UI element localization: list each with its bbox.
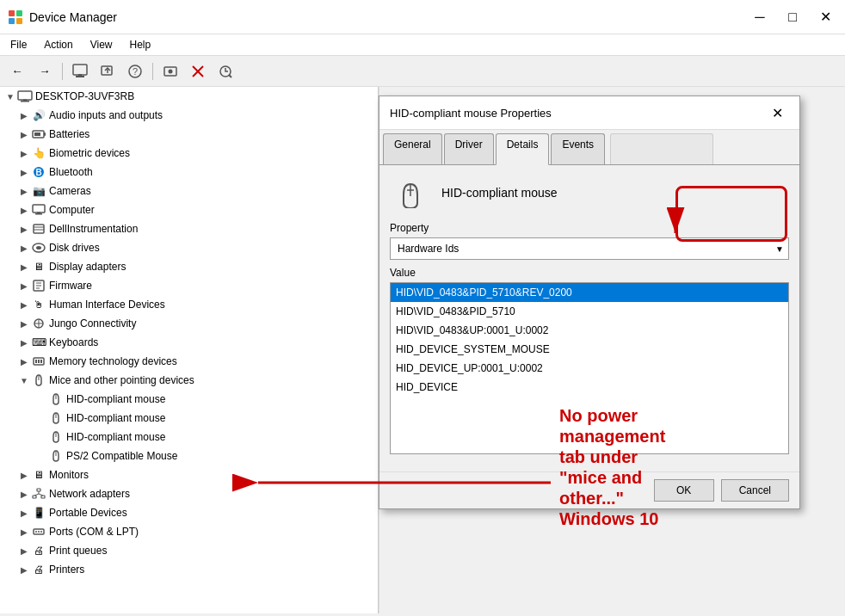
maximize-button[interactable]: □: [780, 7, 805, 28]
tab-details[interactable]: Details: [496, 133, 550, 165]
update-driver-button[interactable]: [96, 60, 120, 83]
properties-dialog: HID-compliant mouse Properties ✕ General…: [379, 95, 800, 509]
bluetooth-expand[interactable]: ▶: [17, 165, 31, 179]
tree-audio[interactable]: ▶ 🔊 Audio inputs and outputs: [0, 106, 378, 125]
dialog-title: HID-compliant mouse Properties: [390, 107, 552, 120]
tree-keyboards[interactable]: ▶ ⌨ Keyboards: [0, 333, 378, 352]
biometric-icon: 👆: [31, 146, 46, 160]
tab-driver[interactable]: Driver: [444, 133, 494, 164]
cancel-button[interactable]: Cancel: [721, 479, 789, 502]
mouse1-icon: [48, 392, 64, 406]
property-dropdown[interactable]: Hardware Ids: [390, 237, 789, 260]
batteries-label: Batteries: [49, 128, 89, 140]
tree-firmware[interactable]: ▶ Firmware: [0, 276, 378, 295]
jungo-expand[interactable]: ▶: [17, 317, 31, 330]
tab-events[interactable]: Events: [551, 133, 605, 164]
back-button[interactable]: ←: [5, 60, 29, 83]
tree-memory[interactable]: ▶ Memory technology devices: [0, 352, 378, 371]
audio-expand[interactable]: ▶: [17, 108, 31, 122]
tree-hid-mouse-1[interactable]: ▶ HID-compliant mouse: [0, 390, 378, 409]
tree-mice[interactable]: ▼ Mice and other pointing devices: [0, 371, 378, 390]
value-item-4[interactable]: HID_DEVICE_UP:0001_U:0002: [391, 359, 788, 378]
svg-rect-5: [76, 76, 84, 77]
value-item-5[interactable]: HID_DEVICE: [391, 378, 788, 397]
minimize-button[interactable]: ─: [747, 7, 773, 28]
ports-icon: [31, 525, 46, 539]
portable-expand[interactable]: ▶: [17, 506, 31, 520]
tree-biometric[interactable]: ▶ 👆 Biometric devices: [0, 144, 378, 163]
menu-file[interactable]: File: [3, 36, 34, 53]
tree-ports[interactable]: ▶ Ports (COM & LPT): [0, 522, 378, 541]
scan-button[interactable]: [213, 60, 237, 83]
tree-ps2-mouse[interactable]: ▶ PS/2 Compatible Mouse: [0, 447, 378, 465]
svg-rect-17: [21, 101, 29, 102]
tree-cameras[interactable]: ▶ 📷 Cameras: [0, 182, 378, 200]
svg-point-31: [36, 246, 41, 249]
tree-root[interactable]: ▼ DESKTOP-3UVF3RB: [0, 87, 378, 106]
dell-label: DellInstrumentation: [49, 223, 138, 235]
svg-rect-6: [78, 74, 82, 76]
ok-button[interactable]: OK: [654, 479, 714, 502]
memory-expand[interactable]: ▶: [17, 354, 31, 368]
value-item-2[interactable]: HID\VID_0483&UP:0001_U:0002: [391, 321, 788, 340]
disk-label: Disk drives: [49, 242, 100, 254]
tree-dell[interactable]: ▶ DellInstrumentation: [0, 219, 378, 238]
hid-expand[interactable]: ▶: [17, 298, 31, 311]
print-queues-expand[interactable]: ▶: [17, 544, 31, 557]
firmware-expand[interactable]: ▶: [17, 279, 31, 293]
disk-expand[interactable]: ▶: [17, 241, 31, 255]
tab-missing-power-management: [610, 133, 713, 164]
tab-general[interactable]: General: [383, 133, 442, 164]
computer-expand[interactable]: ▶: [17, 203, 31, 217]
toolbar-separator-2: [152, 63, 153, 80]
monitors-expand[interactable]: ▶: [17, 468, 31, 482]
show-hidden-button[interactable]: [158, 60, 182, 83]
tree-portable[interactable]: ▶ 📱 Portable Devices: [0, 503, 378, 522]
mouse3-label: HID-compliant mouse: [66, 431, 165, 443]
biometric-expand[interactable]: ▶: [17, 146, 31, 160]
mice-expand[interactable]: ▼: [17, 373, 31, 387]
tree-print-queues[interactable]: ▶ 🖨 Print queues: [0, 541, 378, 560]
dell-expand[interactable]: ▶: [17, 222, 31, 236]
delete-button[interactable]: [186, 60, 210, 83]
keyboards-expand[interactable]: ▶: [17, 336, 31, 349]
tree-display[interactable]: ▶ 🖥 Display adapters: [0, 257, 378, 276]
network-expand[interactable]: ▶: [17, 487, 31, 501]
svg-rect-20: [44, 132, 46, 136]
menu-help[interactable]: Help: [123, 36, 158, 53]
tree-bluetooth[interactable]: ▶ B Bluetooth: [0, 163, 378, 182]
ports-expand[interactable]: ▶: [17, 525, 31, 539]
tree-hid-mouse-3[interactable]: ▶ HID-compliant mouse: [0, 428, 378, 447]
device-tree[interactable]: ▼ DESKTOP-3UVF3RB ▶ 🔊 Audio inputs and o…: [0, 87, 379, 613]
close-button[interactable]: ✕: [812, 7, 838, 28]
batteries-expand[interactable]: ▶: [17, 127, 31, 141]
help-button[interactable]: ?: [123, 60, 147, 83]
svg-rect-26: [37, 213, 40, 214]
tree-disk[interactable]: ▶ Disk drives: [0, 238, 378, 257]
batteries-icon: [31, 127, 46, 141]
firmware-label: Firmware: [49, 280, 92, 292]
tree-network[interactable]: ▶ Network adapters: [0, 484, 378, 503]
dialog-title-bar: HID-compliant mouse Properties ✕: [379, 96, 799, 130]
value-item-3[interactable]: HID_DEVICE_SYSTEM_MOUSE: [391, 340, 788, 359]
dialog-close-button[interactable]: ✕: [765, 103, 789, 122]
tree-hid-mouse-2[interactable]: ▶ HID-compliant mouse: [0, 409, 378, 428]
root-expand-icon[interactable]: ▼: [3, 89, 17, 103]
display-expand[interactable]: ▶: [17, 260, 31, 274]
tree-printers[interactable]: ▶ 🖨 Printers: [0, 560, 378, 579]
menu-action[interactable]: Action: [37, 36, 79, 53]
tree-jungo[interactable]: ▶ Jungo Connectivity: [0, 314, 378, 333]
tree-monitors[interactable]: ▶ 🖥 Monitors: [0, 465, 378, 484]
tree-computer[interactable]: ▶ Computer: [0, 200, 378, 219]
cameras-expand[interactable]: ▶: [17, 184, 31, 198]
firmware-icon: [31, 279, 46, 293]
tree-batteries[interactable]: ▶ Batteries: [0, 125, 378, 144]
value-list[interactable]: HID\VID_0483&PID_5710&REV_0200 HID\VID_0…: [390, 282, 789, 454]
printers-expand[interactable]: ▶: [17, 563, 31, 576]
value-item-1[interactable]: HID\VID_0483&PID_5710: [391, 302, 788, 321]
menu-view[interactable]: View: [83, 36, 120, 53]
forward-button[interactable]: →: [33, 60, 57, 83]
value-item-0[interactable]: HID\VID_0483&PID_5710&REV_0200: [391, 283, 788, 302]
tree-hid[interactable]: ▶ 🖱 Human Interface Devices: [0, 295, 378, 314]
properties-button[interactable]: [68, 60, 92, 83]
